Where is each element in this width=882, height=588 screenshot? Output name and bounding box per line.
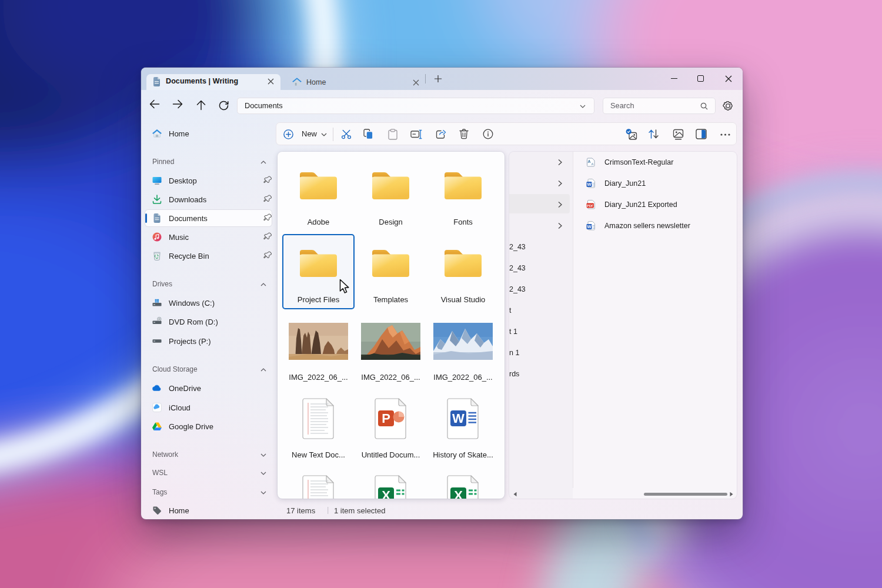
svg-text:A: A — [592, 162, 594, 166]
svg-text:PDF: PDF — [587, 204, 594, 208]
svg-text:W: W — [452, 411, 465, 426]
svg-text:W: W — [587, 182, 592, 187]
svg-text:X: X — [382, 488, 390, 499]
svg-text:W: W — [587, 224, 592, 229]
svg-text:P: P — [382, 411, 390, 426]
svg-text:X: X — [454, 488, 463, 499]
svg-text:A: A — [587, 159, 590, 163]
